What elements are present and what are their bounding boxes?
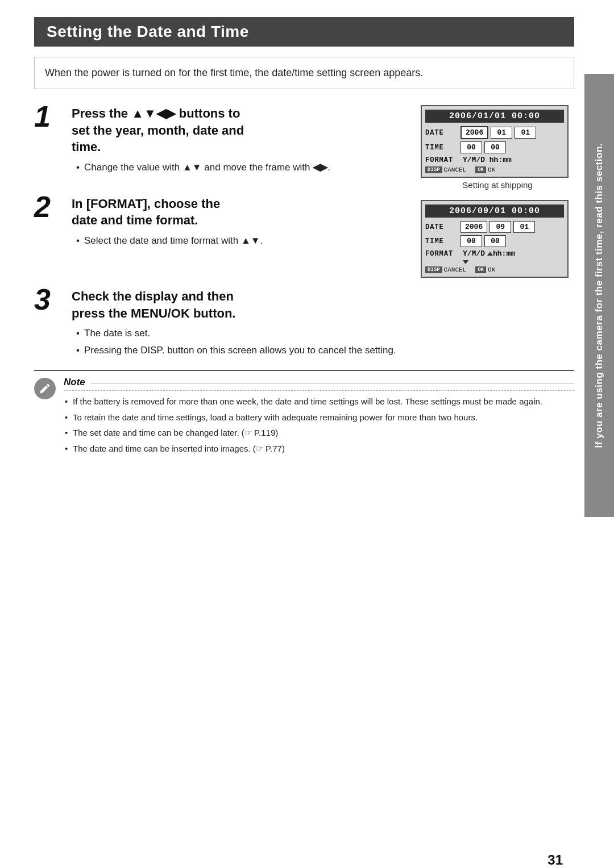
step1-number: 1 (34, 102, 66, 131)
page-title: Setting the Date and Time (47, 23, 249, 40)
step3-bullet1: The date is set. (74, 326, 574, 341)
steps-right: 2006/01/01 00:00 DATE 2006 01 01 TIME 00… (415, 105, 574, 278)
step2-title: In [FORMAT], choose thedate and time for… (72, 195, 415, 229)
screen2-cancel-btn: DISP CANCEL (425, 266, 466, 273)
step2-bullets: Select the date and time format with ▲▼. (74, 233, 415, 248)
screen1-time-row: TIME 00 00 (425, 141, 564, 153)
step3-content: Check the display and thenpress the MENU… (72, 288, 574, 360)
intro-text: When the power is turned on for the firs… (45, 67, 423, 78)
note-box: Note If the battery is removed for more … (34, 370, 574, 458)
step3-bullet2: Pressing the DISP. button on this screen… (74, 343, 574, 358)
screen2-cursor-down (425, 260, 564, 264)
screen1-time-label: TIME (425, 144, 460, 152)
note-title: Note (64, 377, 85, 388)
screen2-year: 2006 (460, 221, 487, 233)
screen1-topbar: 2006/01/01 00:00 (425, 110, 564, 123)
note-bullets: If the battery is removed for more than … (64, 395, 574, 455)
note-bullet2: To retain the date and time settings, lo… (64, 411, 574, 424)
screen1-hour: 00 (460, 141, 482, 153)
note-bullet1: If the battery is removed for more than … (64, 395, 574, 408)
step1-title: Press the ▲▼◀▶ buttons toset the year, m… (72, 105, 415, 156)
screen1-date-label: DATE (425, 129, 460, 137)
screen2-hour: 00 (460, 235, 482, 247)
screen2-format-val: Y/M/D (463, 249, 485, 258)
screen1-cancel-label: CANCEL (444, 166, 467, 173)
screen1-year: 2006 (460, 126, 488, 139)
screen1-ok-label: OK (488, 166, 495, 173)
step3-title: Check the display and thenpress the MENU… (72, 288, 574, 322)
step2-content: In [FORMAT], choose thedate and time for… (72, 195, 415, 251)
screen1-cancel-btn: DISP CANCEL (425, 166, 466, 173)
screen1-bottom: DISP CANCEL OK OK (425, 166, 564, 173)
screen2-time-label: TIME (425, 237, 460, 245)
screen2-cancel-label: CANCEL (444, 266, 467, 273)
screen1-date-row: DATE 2006 01 01 (425, 126, 564, 139)
screen1-min: 00 (484, 141, 506, 153)
note-dashes (91, 383, 574, 383)
screen1-ok-btn: OK OK (475, 166, 495, 173)
step2-bullet1: Select the date and time format with ▲▼. (74, 233, 415, 248)
note-icon (34, 378, 56, 399)
screen2-topbar: 2006/09/01 00:00 (425, 205, 564, 218)
screen1-disp-badge: DISP (425, 166, 442, 173)
intro-box: When the power is turned on for the firs… (34, 57, 574, 89)
steps-area: 1 Press the ▲▼◀▶ buttons toset the year,… (34, 105, 574, 278)
camera-screen-2: 2006/09/01 00:00 DATE 2006 09 01 TIME 00… (421, 200, 569, 278)
screen2-time-row: TIME 00 00 (425, 235, 564, 247)
step3-row: 3 Check the display and thenpress the ME… (34, 288, 574, 360)
screen2-ok-label: OK (488, 266, 495, 273)
screen2-disp-badge: DISP (425, 266, 442, 273)
screen2-ok-badge: OK (475, 266, 486, 273)
screen1-day: 01 (515, 127, 536, 139)
screen2-ok-btn: OK OK (475, 266, 495, 273)
cursor-down-icon (463, 260, 468, 264)
screen2-date-label: DATE (425, 223, 460, 231)
side-tab: If you are using the camera for the firs… (584, 74, 614, 517)
note-content: Note If the battery is removed for more … (64, 377, 574, 458)
screen2-min: 00 (484, 235, 506, 247)
step1-row: 1 Press the ▲▼◀▶ buttons toset the year,… (34, 105, 415, 177)
step2-row: 2 In [FORMAT], choose thedate and time f… (34, 195, 415, 251)
screen2-wrapper: 2006/09/01 00:00 DATE 2006 09 01 TIME 00… (421, 200, 574, 278)
screen2-format-row: FORMAT Y/M/D hh:mm (425, 249, 564, 258)
screen1-caption: Setting at shipping (421, 180, 574, 190)
step1-bullets: Change the value with ▲▼ and move the fr… (74, 160, 415, 175)
note-bullet4: The date and time can be inserted into i… (64, 443, 574, 456)
page-container: If you are using the camera for the firs… (0, 17, 614, 868)
screen2-month: 09 (489, 221, 511, 233)
step1-content: Press the ▲▼◀▶ buttons toset the year, m… (72, 105, 415, 177)
step3-bullets: The date is set. Pressing the DISP. butt… (74, 326, 574, 357)
camera-screen-1: 2006/01/01 00:00 DATE 2006 01 01 TIME 00… (421, 105, 569, 178)
step2-number: 2 (34, 192, 66, 222)
step3-number: 3 (34, 285, 66, 314)
screen1-wrapper: 2006/01/01 00:00 DATE 2006 01 01 TIME 00… (421, 105, 574, 190)
page-number: 31 (547, 852, 563, 868)
screen2-bottom: DISP CANCEL OK OK (425, 266, 564, 273)
cursor-up-icon (487, 252, 493, 256)
screen2-day: 01 (513, 221, 535, 233)
note-bullet3: The set date and time can be changed lat… (64, 427, 574, 440)
main-content: Setting the Date and Time When the power… (34, 17, 574, 458)
step1-bullet1: Change the value with ▲▼ and move the fr… (74, 160, 415, 175)
side-tab-text: If you are using the camera for the firs… (593, 143, 605, 448)
screen1-format-label: FORMAT (425, 156, 460, 164)
screen1-ok-badge: OK (475, 166, 486, 173)
screen2-format-label: FORMAT (425, 250, 460, 258)
pencil-icon (39, 382, 51, 395)
screen1-format-row: FORMAT Y/M/D hh:mm (425, 156, 564, 164)
screen1-month: 01 (491, 127, 512, 139)
screen2-format-val2: hh:mm (493, 249, 515, 258)
screen1-format-val: Y/M/D hh:mm (463, 156, 512, 164)
note-title-row: Note (64, 377, 574, 391)
steps-left: 1 Press the ▲▼◀▶ buttons toset the year,… (34, 105, 415, 278)
screen2-date-row: DATE 2006 09 01 (425, 221, 564, 233)
page-header: Setting the Date and Time (34, 17, 574, 47)
